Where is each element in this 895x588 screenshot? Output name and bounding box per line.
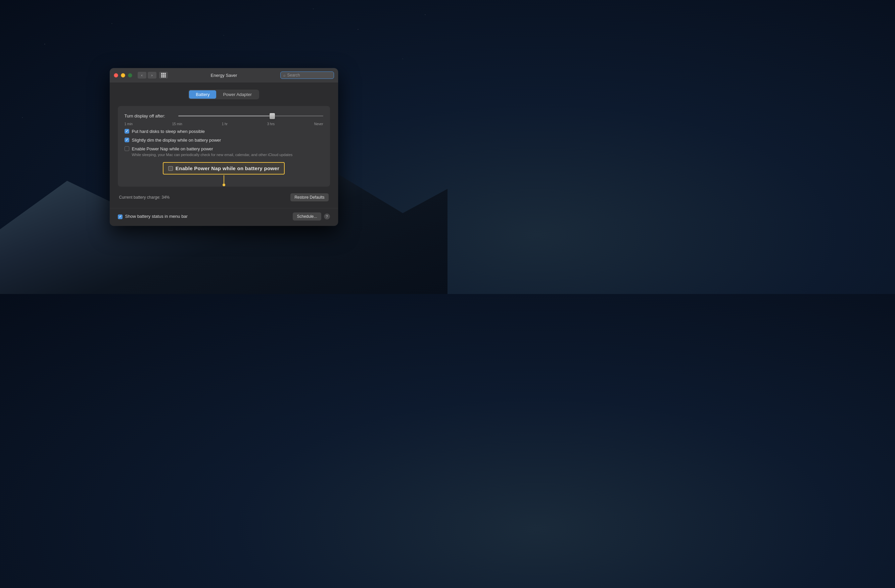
slider-row: Turn display off after: — [124, 113, 323, 120]
highlighted-item: Enable Power Nap while on battery power — [163, 162, 285, 174]
show-battery-row: Show battery status in menu bar — [118, 214, 188, 220]
arrow-dot — [223, 183, 225, 186]
arrow-line — [224, 175, 224, 183]
close-button[interactable] — [114, 73, 118, 77]
nav-buttons: ‹ › — [138, 72, 168, 79]
main-content: Battery Power Adapter Turn display off a… — [110, 83, 338, 208]
tick-1hr: 1 hr — [222, 122, 228, 126]
checkbox-hard-disks[interactable] — [124, 129, 129, 133]
minimize-button[interactable] — [121, 73, 125, 77]
energy-saver-window: ‹ › Energy Saver ⌕ Battery Powe — [110, 68, 338, 226]
tab-group: Battery Power Adapter — [188, 89, 259, 99]
checkbox-show-battery[interactable] — [118, 214, 123, 219]
tab-power-adapter[interactable]: Power Adapter — [216, 90, 258, 99]
tick-never: Never — [314, 122, 323, 126]
battery-charge-label: Current battery charge: 34% — [119, 195, 170, 200]
slider-label: Turn display off after: — [124, 114, 178, 118]
titlebar: ‹ › Energy Saver ⌕ — [110, 68, 338, 83]
checkbox-label-power-nap: Enable Power Nap while on battery power — [132, 146, 293, 152]
tabs: Battery Power Adapter — [118, 89, 330, 99]
checkbox-dim-display[interactable] — [124, 138, 129, 142]
highlight-text: Enable Power Nap while on battery power — [176, 165, 279, 171]
grid-button[interactable] — [159, 72, 168, 79]
forward-icon: › — [152, 73, 153, 77]
slider-track — [178, 115, 323, 117]
traffic-lights — [114, 73, 132, 77]
show-battery-label: Show battery status in menu bar — [125, 214, 188, 220]
schedule-button[interactable]: Schedule... — [293, 212, 321, 220]
highlight-checkbox[interactable] — [168, 166, 173, 171]
checkbox-row-power-nap: Enable Power Nap while on battery power … — [124, 146, 323, 157]
window-title: Energy Saver — [168, 73, 280, 78]
slider-thumb[interactable] — [270, 113, 275, 119]
checkbox-power-nap[interactable] — [124, 146, 129, 151]
checkbox-label-dim-display: Slightly dim the display while on batter… — [132, 137, 221, 143]
checkbox-row-dim-display: Slightly dim the display while on batter… — [124, 137, 323, 143]
tick-1min: 1 min — [124, 122, 133, 126]
settings-panel: Turn display off after: 1 min 15 min 1 h… — [118, 106, 330, 187]
annotation-box: Enable Power Nap while on battery power — [124, 162, 323, 174]
maximize-button[interactable] — [128, 73, 132, 77]
help-button[interactable]: ? — [324, 214, 330, 220]
back-button[interactable]: ‹ — [138, 72, 146, 79]
bottom-row: Current battery charge: 34% Restore Defa… — [118, 193, 330, 202]
slider-fill — [178, 115, 273, 117]
footer-row: Show battery status in menu bar Schedule… — [110, 208, 338, 226]
restore-defaults-button[interactable]: Restore Defaults — [290, 193, 328, 202]
tick-3hrs: 3 hrs — [267, 122, 275, 126]
checkbox-sublabel-power-nap: While sleeping, your Mac can periodicall… — [132, 153, 293, 157]
back-icon: ‹ — [141, 73, 143, 77]
search-bar[interactable]: ⌕ — [280, 71, 334, 79]
checkbox-row-hard-disks: Put hard disks to sleep when possible — [124, 129, 323, 135]
tab-battery[interactable]: Battery — [189, 90, 216, 99]
slider-container[interactable] — [178, 113, 323, 120]
grid-icon — [161, 73, 166, 77]
checkbox-label-hard-disks: Put hard disks to sleep when possible — [132, 129, 205, 135]
forward-button[interactable]: › — [148, 72, 156, 79]
search-icon: ⌕ — [283, 73, 286, 77]
slider-ticks: 1 min 15 min 1 hr 3 hrs Never — [124, 122, 323, 126]
tick-15min: 15 min — [172, 122, 182, 126]
footer-buttons: Schedule... ? — [293, 212, 330, 220]
search-input[interactable] — [287, 73, 331, 77]
annotation-arrow — [223, 175, 225, 186]
power-nap-label-group: Enable Power Nap while on battery power … — [132, 146, 293, 157]
